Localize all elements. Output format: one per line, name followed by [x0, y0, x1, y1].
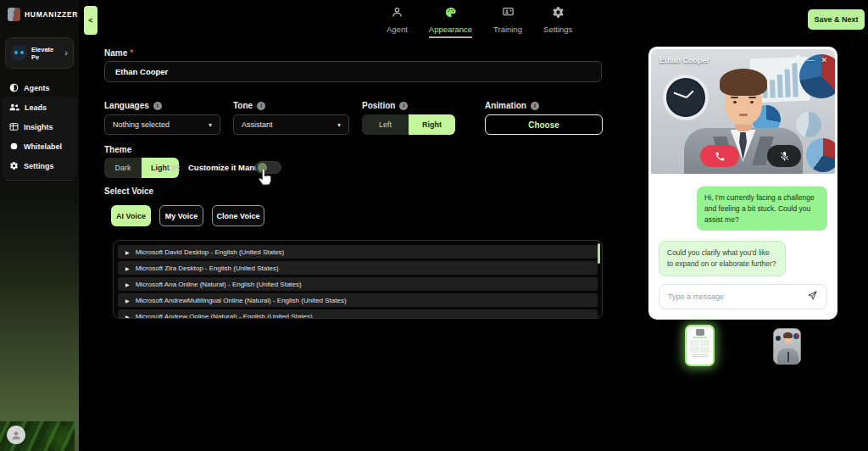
name-input[interactable]	[104, 61, 602, 82]
sidebar-item-label: Leads	[25, 103, 47, 112]
tab-appearance[interactable]: Appearance	[429, 6, 472, 38]
sidebar-item-whitelabel[interactable]: Whitelabel	[0, 136, 79, 156]
sidebar-divider	[5, 180, 74, 181]
sidebar-media-preview[interactable]	[0, 421, 75, 451]
gear-icon	[9, 159, 19, 174]
thumbnail-avatar	[696, 329, 704, 336]
voice-list-item[interactable]: ▶ Microsoft Andrew Online (Natural) - En…	[118, 309, 598, 319]
tab-label: Training	[493, 25, 522, 34]
training-screen-icon	[502, 6, 515, 22]
languages-dropdown[interactable]: Nothing selected ▾	[104, 114, 220, 135]
tab-agent[interactable]: Agent	[387, 6, 408, 38]
user-message-bubble: Hi, I'm currently facing a challenge and…	[697, 187, 827, 231]
whitelabel-icon	[9, 139, 19, 154]
animation-label: Animationi	[485, 101, 539, 110]
required-asterisk: *	[130, 48, 133, 58]
logo: HUMANIZZER	[8, 8, 78, 21]
mute-mic-button[interactable]	[767, 145, 801, 167]
pie-chart-decor	[806, 138, 835, 172]
voice-tab-clone[interactable]: Clone Voice	[212, 205, 264, 226]
chat-messages-area: Hi, I'm currently facing a challenge and…	[648, 174, 837, 320]
sidebar-item-insights[interactable]: Insights	[0, 117, 79, 136]
play-icon: ▶	[125, 314, 130, 320]
sidebar-item-leads[interactable]: Leads	[0, 97, 79, 117]
sidebar-item-label: Agents	[24, 84, 50, 92]
chat-mode-thumbnail-selected[interactable]	[685, 325, 715, 366]
chevron-down-icon: ▾	[209, 121, 212, 129]
voice-list-scrollbar[interactable]	[598, 243, 600, 264]
app-root: HUMANIZZER Elevate Pe › Agents Leads Ins…	[0, 0, 868, 451]
play-icon: ▶	[125, 298, 130, 303]
info-icon: i	[153, 102, 162, 110]
theme-dark-option[interactable]: Dark	[104, 158, 142, 178]
name-label: Name*	[104, 48, 133, 58]
tab-label: Agent	[387, 25, 408, 34]
collapse-icon: <	[88, 16, 92, 25]
close-icon[interactable]: ✕	[821, 57, 827, 64]
languages-label: Languagesi	[104, 101, 162, 110]
voice-tab-ai[interactable]: AI Voice	[111, 205, 151, 226]
position-left-option[interactable]: Left	[362, 114, 409, 135]
sidebar-item-settings[interactable]: Settings	[0, 156, 79, 175]
palette-icon	[444, 6, 457, 22]
info-icon: i	[399, 102, 408, 110]
voice-list-item[interactable]: ▶ Microsoft Zira Desktop - English (Unit…	[118, 261, 598, 275]
save-next-button[interactable]: Save & Next	[808, 9, 865, 30]
tab-training[interactable]: Training	[493, 6, 522, 38]
info-icon: i	[257, 102, 265, 110]
position-label: Positioni	[362, 101, 408, 110]
workspace-name: Elevate Pe	[31, 46, 60, 61]
widget-title: Ethan Cooper	[659, 56, 709, 64]
message-input-row	[659, 284, 827, 309]
expand-icon[interactable]	[791, 55, 799, 65]
sidebar: HUMANIZZER Elevate Pe › Agents Leads Ins…	[0, 0, 79, 451]
leads-icon	[9, 100, 19, 115]
tone-dropdown[interactable]: Assistant ▾	[233, 114, 349, 135]
humanizzer-logo-icon	[8, 8, 20, 21]
play-icon: ▶	[125, 281, 130, 287]
insights-icon	[9, 120, 19, 135]
agent-video-preview: Ethan Cooper — ✕	[651, 49, 835, 174]
chevron-down-icon: ▾	[337, 121, 341, 129]
customize-manually-toggle[interactable]	[255, 161, 281, 174]
chevron-right-icon: ›	[64, 48, 68, 58]
chat-widget-preview: Ethan Cooper — ✕ Hi, I'm currently facin…	[648, 47, 837, 320]
person-icon	[391, 6, 403, 22]
play-icon: ▶	[125, 249, 130, 255]
message-input[interactable]	[668, 292, 807, 301]
logo-text: HUMANIZZER	[25, 10, 78, 19]
sidebar-nav: Agents Leads Insights Whitelabel Setting…	[0, 78, 79, 175]
workspace-avatar	[11, 45, 27, 61]
voice-list: ▶ Microsoft David Desktop - English (Uni…	[113, 240, 603, 319]
tone-value: Assistant	[242, 120, 273, 129]
tone-label: Tonei	[233, 101, 265, 110]
languages-value: Nothing selected	[113, 120, 170, 129]
animation-choose-button[interactable]: Choose	[485, 114, 603, 135]
position-toggle: Left Right	[362, 114, 455, 135]
send-icon[interactable]	[807, 289, 818, 304]
position-right-option[interactable]: Right	[409, 114, 455, 135]
play-icon: ▶	[125, 265, 130, 271]
sidebar-collapse-button[interactable]: <	[84, 6, 97, 35]
tab-label: Settings	[543, 25, 572, 34]
or-text: OR	[168, 163, 180, 172]
video-mode-thumbnail[interactable]	[773, 328, 801, 365]
minimize-icon[interactable]: —	[806, 57, 814, 64]
widget-window-controls: — ✕	[791, 55, 827, 65]
top-tabbar: Agent Appearance Training Settings	[387, 6, 572, 38]
theme-label: Theme	[104, 145, 131, 154]
voice-list-item[interactable]: ▶ Microsoft David Desktop - English (Uni…	[118, 245, 598, 259]
sidebar-item-agents[interactable]: Agents	[0, 78, 79, 97]
select-voice-label: Select Voice	[104, 187, 153, 196]
info-icon: i	[531, 102, 539, 110]
voice-list-item[interactable]: ▶ Microsoft AndrewMultilingual Online (N…	[118, 293, 598, 307]
tab-settings[interactable]: Settings	[543, 6, 572, 38]
voice-list-item[interactable]: ▶ Microsoft Ana Online (Natural) - Engli…	[118, 277, 598, 291]
tab-label: Appearance	[429, 25, 472, 34]
avatar-placeholder-icon	[7, 426, 25, 444]
call-button[interactable]	[700, 145, 739, 167]
voice-tab-my[interactable]: My Voice	[159, 205, 203, 226]
workspace-selector[interactable]: Elevate Pe ›	[5, 37, 74, 69]
agents-icon	[9, 81, 19, 96]
gear-icon	[552, 6, 565, 22]
